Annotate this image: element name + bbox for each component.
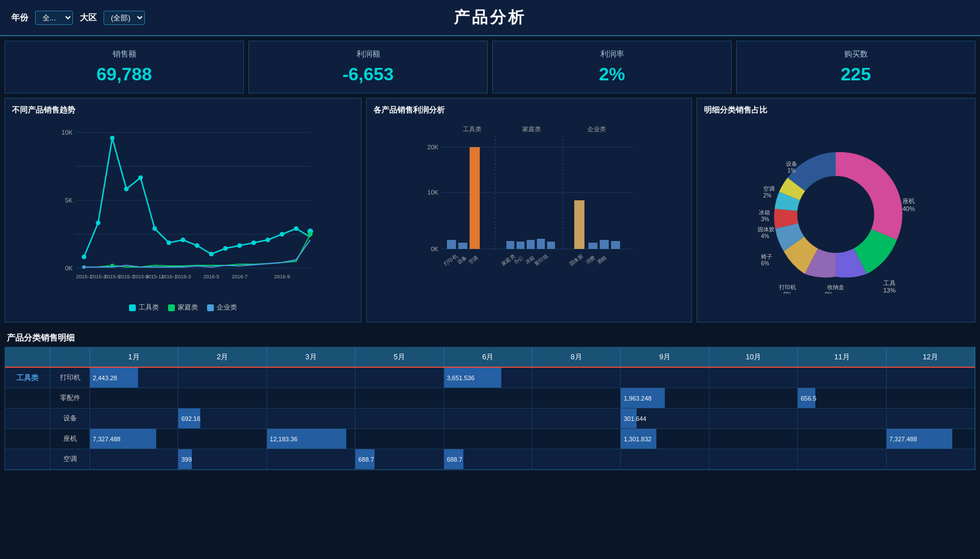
svg-text:复印纸: 复印纸 [533,253,549,267]
svg-rect-58 [588,243,598,249]
svg-point-17 [209,252,213,256]
td-cell: 399 [178,449,267,469]
legend-tools: 工具类 [129,303,159,312]
td-cell [532,368,621,388]
kpi-margin-value: 2% [504,64,720,85]
td-cell [267,449,355,469]
svg-text:1%: 1% [788,167,796,174]
td-cell: 12,183.36 [267,429,355,449]
year-select[interactable]: 全... 2015 2016 [35,11,73,25]
svg-rect-50 [458,243,467,249]
svg-text:2015-5: 2015-5 [104,274,120,280]
svg-text:13%: 13% [883,287,896,294]
svg-text:设备: 设备 [456,255,467,265]
th-month-6: 6月 [444,347,532,367]
svg-text:0K: 0K [65,265,73,272]
svg-rect-54 [527,240,535,249]
td-cell [887,449,975,469]
th-group [5,347,50,367]
svg-text:冰箱: 冰箱 [759,209,770,216]
line-chart-panel: 不同产品销售趋势 10K 5K 0K [5,98,362,322]
td-cell [798,449,886,469]
svg-point-8 [81,255,86,259]
svg-text:2016-7: 2016-7 [231,274,247,280]
svg-text:2015-7: 2015-7 [118,274,134,280]
svg-text:工具类: 工具类 [463,126,482,132]
th-month-11: 11月 [798,347,886,367]
svg-rect-59 [600,240,609,249]
legend-enterprise: 企业类 [207,303,237,312]
td-group-tools: 工具类 [5,368,50,388]
td-cell [710,388,798,408]
th-month-9: 9月 [621,347,709,367]
donut-chart-title: 明细分类销售占比 [704,105,968,115]
td-cell: 2,443.28 [90,368,178,388]
td-cell [355,368,444,388]
svg-text:2016-5: 2016-5 [203,274,219,280]
region-label: 大区 [80,12,97,23]
td-cell [532,429,621,449]
td-cell [178,368,267,388]
table-row: 空调 399 688.7 688.7 [5,449,975,470]
bar-chart-svg: 工具类 家庭类 企业类 20K 10K 0K [373,121,685,313]
svg-text:2015-3: 2015-3 [90,274,106,280]
svg-rect-52 [506,241,514,249]
td-cell [90,449,178,469]
td-cell: 301.644 [621,408,709,428]
svg-point-27 [308,232,312,236]
svg-text:打印机: 打印机 [779,284,796,290]
bar-chart-title: 各产品销售利润分析 [373,105,685,115]
svg-point-16 [195,243,199,248]
svg-text:2%: 2% [763,192,772,199]
td-group-empty [5,388,50,408]
td-cell [621,449,709,469]
table-row: 工具类 打印机 2,443.28 3,651.536 [5,368,975,388]
kpi-row: 销售额 69,788 利润额 -6,653 利润率 2% 购买数 225 [0,36,980,98]
svg-point-12 [138,175,143,180]
td-cell: 7,327.488 [90,429,178,449]
svg-text:10K: 10K [62,129,73,136]
svg-text:固体胶: 固体胶 [758,226,775,233]
td-sub-ac: 空调 [50,449,90,469]
header-filters: 年份 全... 2015 2016 大区 (全部) 华东 华北 [11,11,145,25]
td-cell [267,388,355,408]
svg-rect-57 [574,200,584,249]
td-sub-equipment: 设备 [50,408,90,428]
svg-point-73 [797,176,874,253]
th-month-8: 8月 [532,347,621,367]
td-cell: 688.7 [444,449,532,469]
svg-point-18 [223,246,227,251]
kpi-sales-label: 销售额 [16,49,232,59]
td-cell [532,388,621,408]
table-row: 设备 692.16 301.644 [5,408,975,429]
svg-point-20 [251,240,256,245]
svg-text:2016-3: 2016-3 [175,274,191,280]
svg-text:酒精: 酒精 [596,255,607,265]
line-chart-legend: 工具类 家庭类 企业类 [12,303,354,312]
year-label: 年份 [11,12,28,23]
td-cell [798,429,886,449]
svg-rect-60 [611,241,620,249]
region-select[interactable]: (全部) 华东 华北 [104,11,145,25]
table-row: 零配件 1,963.248 656.5 [5,388,975,408]
td-cell [798,368,886,388]
svg-point-10 [110,136,114,140]
kpi-profit-label: 利润额 [260,49,476,59]
svg-text:设备: 设备 [786,161,797,167]
svg-point-21 [265,238,270,242]
svg-text:企业类: 企业类 [587,126,606,132]
td-cell [355,429,444,449]
td-cell [178,429,267,449]
svg-point-11 [124,187,128,191]
td-cell [178,388,267,408]
td-cell [355,408,444,428]
svg-point-22 [280,232,284,236]
legend-home-color [168,304,175,311]
kpi-orders-label: 购买数 [748,49,964,59]
td-cell [710,408,798,428]
td-cell [532,449,621,469]
kpi-sales: 销售额 69,788 [5,41,244,93]
svg-point-15 [180,238,185,242]
svg-text:3%: 3% [761,216,770,222]
svg-rect-53 [517,242,525,249]
